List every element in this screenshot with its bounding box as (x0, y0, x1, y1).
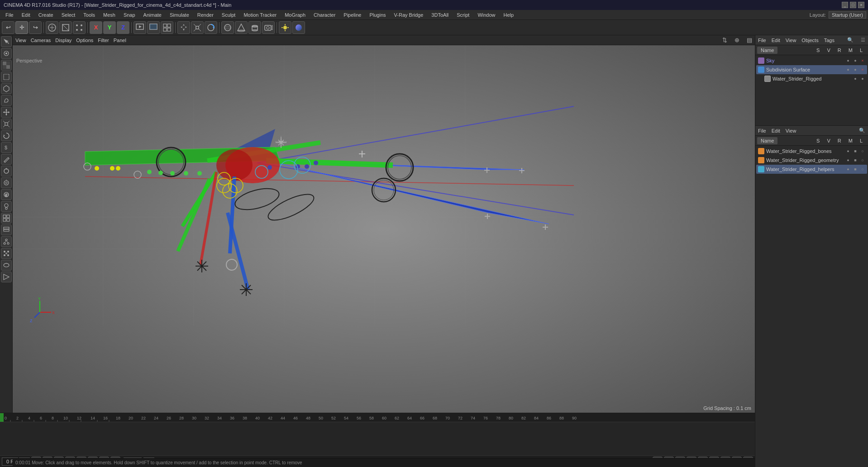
viewport-icon-1[interactable]: ⇅ (722, 37, 727, 43)
viewport-options-menu[interactable]: Options (76, 38, 93, 43)
z-axis-button[interactable]: Z (117, 21, 129, 34)
arrow-tool[interactable] (1, 272, 12, 282)
edge-mode-button[interactable] (59, 21, 72, 34)
redo-button[interactable]: ↪ (29, 21, 42, 34)
obj2-m-tab[interactable]: M (845, 137, 856, 144)
rotate-tool-button[interactable] (205, 21, 217, 34)
obj2-view-menu[interactable]: View (786, 128, 796, 133)
menu-character[interactable]: Character (310, 11, 339, 19)
checkerboard-button[interactable] (1, 60, 12, 71)
menu-script[interactable]: Script (453, 11, 473, 19)
dollar-tool[interactable]: $ (1, 142, 12, 153)
hierarchy-tool[interactable] (1, 236, 12, 247)
object-select-tool[interactable] (1, 36, 12, 47)
render-button[interactable] (147, 21, 160, 34)
freehand-select-tool[interactable] (1, 95, 12, 106)
menu-edit[interactable]: Edit (18, 11, 34, 19)
vertex-tool[interactable] (1, 248, 12, 259)
obj-search-icon[interactable]: 🔍 (847, 37, 854, 43)
water-vis-1[interactable]: ● (853, 76, 858, 81)
menu-motion-tracker[interactable]: Motion Tracker (240, 11, 280, 19)
viewport-filter-menu[interactable]: Filter (98, 38, 109, 43)
menu-file[interactable]: File (2, 11, 17, 19)
obj-m-tab[interactable]: M (845, 47, 856, 54)
camera-tool-button[interactable] (262, 21, 275, 34)
object-geometry[interactable]: Water_Strider_Rigged_geometry ● ■ ○ (756, 156, 867, 165)
object-helpers[interactable]: Water_Strider_Rigged_helpers ● ■ ○ (756, 165, 867, 174)
sky-vis-1[interactable]: ● (845, 58, 851, 63)
object-bones[interactable]: Water_Strider_Rigged_bones ● ■ ○ (756, 147, 867, 156)
obj2-s-tab[interactable]: S (813, 137, 823, 144)
bones-vis[interactable]: ● (845, 148, 851, 154)
paint-tool[interactable] (1, 201, 12, 212)
menu-plugins[interactable]: Plugins (366, 11, 389, 19)
menu-simulate[interactable]: Simulate (166, 11, 193, 19)
magnet-tool[interactable]: ◐ (1, 189, 12, 200)
loop-tool[interactable] (1, 166, 12, 176)
obj-l-tab[interactable]: L (856, 47, 866, 54)
menu-mograph[interactable]: MoGraph (281, 11, 309, 19)
menu-create[interactable]: Create (35, 11, 57, 19)
geometry-vis2[interactable]: ■ (853, 157, 858, 163)
sphere-tool-button[interactable] (221, 21, 234, 34)
viewport-panel-menu[interactable]: Panel (114, 38, 126, 43)
sky-vis-2[interactable]: ● (853, 58, 858, 63)
viewport-cameras-menu[interactable]: Cameras (31, 38, 51, 43)
point-mode-button[interactable] (73, 21, 86, 34)
keyframe-area[interactable] (0, 422, 755, 455)
subdiv-close[interactable]: × (860, 67, 865, 72)
geometry-vis3[interactable]: ○ (860, 157, 865, 163)
helpers-vis2[interactable]: ■ (853, 167, 858, 172)
mode-button[interactable]: ✛ (15, 21, 28, 34)
subdiv-vis-1[interactable]: ● (845, 67, 851, 72)
scene-canvas[interactable]: Perspective Grid Spacing : 0.1 cm (13, 45, 755, 413)
obj-s-tab[interactable]: S (813, 47, 823, 54)
box-select-tool[interactable] (1, 71, 12, 82)
menu-help[interactable]: Help (500, 11, 518, 19)
menu-vray[interactable]: V-Ray Bridge (391, 11, 427, 19)
scale-tool-button[interactable] (191, 21, 204, 34)
obj2-name-tab[interactable]: Name (757, 137, 777, 144)
grid-tool[interactable] (1, 213, 12, 224)
layout-value[interactable]: Startup (User) (829, 11, 866, 19)
subdiv-vis-2[interactable]: ● (853, 67, 858, 72)
object-water-strider[interactable]: Water_Strider_Rigged ● ● (756, 74, 867, 83)
obj-tags-menu[interactable]: Tags (824, 38, 835, 43)
scale-tool[interactable] (1, 119, 12, 129)
obj-edit-menu[interactable]: Edit (772, 38, 780, 43)
obj-v-tab[interactable]: V (823, 47, 834, 54)
menu-pipeline[interactable]: Pipeline (340, 11, 365, 19)
obj-name-tab[interactable]: Name (757, 47, 777, 54)
viewport-display-menu[interactable]: Display (55, 38, 72, 43)
menu-window[interactable]: Window (474, 11, 499, 19)
menu-snap[interactable]: Snap (120, 11, 139, 19)
obj2-l-tab[interactable]: L (856, 137, 866, 144)
obj-view-menu[interactable]: View (786, 38, 796, 43)
rotate-tool[interactable] (1, 130, 12, 141)
obj2-r-tab[interactable]: R (834, 137, 845, 144)
menu-3dtoall[interactable]: 3DToAll (428, 11, 452, 19)
maximize-button[interactable]: □ (850, 2, 856, 8)
model-mode-button[interactable] (46, 21, 58, 34)
menu-mesh[interactable]: Mesh (100, 11, 119, 19)
cylinder-tool-button[interactable] (248, 21, 261, 34)
menu-render[interactable]: Render (194, 11, 217, 19)
menu-tools[interactable]: Tools (80, 11, 99, 19)
brush-tool[interactable] (1, 177, 12, 188)
water-vis-2[interactable]: ● (860, 76, 865, 81)
object-subdivision[interactable]: Subdivision Surface ● ● × (756, 65, 867, 74)
obj-settings-icon[interactable]: ☰ (861, 37, 865, 43)
polygon-select-tool[interactable] (1, 83, 12, 94)
menu-animate[interactable]: Animate (140, 11, 165, 19)
material-tool-button[interactable] (292, 21, 305, 34)
viewport-view-menu[interactable]: View (15, 38, 26, 43)
layers-tool[interactable] (1, 224, 12, 235)
morph-tool[interactable] (1, 260, 12, 271)
light-tool-button[interactable] (279, 21, 291, 34)
obj2-search-icon[interactable]: 🔍 (859, 128, 865, 133)
menu-select[interactable]: Select (58, 11, 79, 19)
obj-r-tab[interactable]: R (834, 47, 845, 54)
obj2-edit-menu[interactable]: Edit (772, 128, 780, 133)
cone-tool-button[interactable] (235, 21, 248, 34)
move-tool[interactable] (1, 107, 12, 118)
